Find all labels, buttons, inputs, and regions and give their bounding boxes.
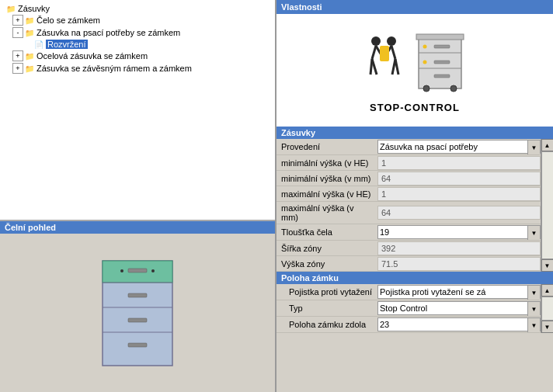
select-typ[interactable]: Stop Control ▼ [377,301,541,315]
select-pojistka-value: Pojistka proti vytažení se zá [380,287,538,297]
label-typ: Typ [276,302,377,314]
scrollbar-zasuvky[interactable]: ▲ ▼ [541,139,553,272]
tree-toggle-zavesny[interactable]: + [12,63,23,74]
tree-toggle-ocelova[interactable]: + [12,50,23,61]
svg-point-19 [450,85,457,92]
row-provedeni: Provedení Zásuvka na psací potřeby ▼ [276,139,541,155]
svg-rect-8 [128,343,147,347]
svg-point-23 [387,36,396,46]
eigenschaften-header: Vlastnosti [276,0,553,14]
svg-line-24 [372,46,376,59]
folder-icon: 📁 [25,16,34,25]
product-icon-container [360,28,469,98]
eigenschaften-title: Vlastnosti [281,2,322,12]
tree-item-zasuvka-pisaci[interactable]: - 📁 Zásuvka na psací potřeby se zámkem [2,26,273,39]
poloha-props-section: Pojistka proti vytažení Pojistka proti v… [276,284,553,333]
svg-line-31 [395,59,398,75]
label-vyska-zony: Výška zóny [276,258,377,270]
section-zasuvky-header: Zásuvky [276,127,553,139]
select-tloustka-value: 19 [380,227,538,237]
svg-line-29 [372,59,377,75]
value-min-vyska-mm: 64 [377,172,541,186]
scroll-track [541,151,554,259]
svg-rect-17 [434,75,450,78]
svg-rect-16 [434,61,450,64]
scroll-down-btn-2[interactable]: ▼ [541,321,554,333]
label-provedeni: Provedení [276,140,377,153]
folder-icon: 📁 [25,29,34,37]
scroll-down-btn[interactable]: ▼ [541,259,554,272]
select-pojistka[interactable]: Pojistka proti vytažení se zá ▼ [377,285,541,299]
scroll-up-btn-2[interactable]: ▲ [541,284,554,297]
label-pojistka: Pojistka proti vytažení [276,286,377,298]
tree-label-zasuvka-pisaci: Zásuvka na psací potřeby se zámkem [37,28,180,37]
svg-rect-12 [416,34,464,40]
svg-rect-32 [380,46,389,61]
folder-icon: 📁 [25,52,34,61]
label-max-vyska-he: maximální výška (v HE) [276,188,377,200]
section-poloha-title: Poloha zámku [281,273,339,283]
svg-point-9 [120,269,123,272]
label-poloha-zamku: Poloha zámku zdola [276,318,377,331]
value-vyska-zony: 71.5 [377,257,541,271]
row-min-vyska-he: minimální výška (v HE) 1 [276,155,541,171]
dropdown-arrow-provedeni: ▼ [527,140,540,154]
select-provedeni[interactable]: Zásuvka na psací potřeby ▼ [377,140,541,154]
doc-icon: 📄 [34,40,43,49]
label-sirka: Šířka zóny [276,242,377,255]
svg-point-18 [423,85,430,92]
svg-rect-5 [128,269,147,272]
scrollbar-poloha[interactable]: ▲ ▼ [541,284,553,333]
product-svg [360,28,469,98]
row-min-vyska-mm: minimální výška (v mm) 64 [276,171,541,186]
tree-item-rozvrzeni[interactable]: 📄 Rozvržení [2,39,273,50]
value-min-vyska-he: 1 [377,156,541,170]
folder-icon: 📁 [6,5,16,13]
tree-label-celo: Čelo se zámkem [37,16,100,25]
svg-point-10 [151,269,155,272]
svg-point-21 [423,60,427,64]
row-pojistka: Pojistka proti vytažení Pojistka proti v… [276,284,541,300]
left-panel: 📁 Zásuvky + 📁 Čelo se zámkem - 📁 Zásuvka… [0,0,276,392]
label-min-vyska-mm: minimální výška (v mm) [276,172,377,185]
tree-label-ocelova: Ocelová zásuvka se zámkem [37,51,148,61]
tree-item-ocelova[interactable]: + 📁 Ocelová zásuvka se zámkem [2,50,273,62]
row-max-vyska-mm: maximální výška (v mm) 64 [276,202,541,224]
row-poloha-zamku: Poloha zámku zdola 23 ▼ [276,317,541,333]
select-poloha-zamku[interactable]: 23 ▼ [377,317,541,331]
value-sirka: 392 [377,241,541,255]
row-tloustka: Tloušťka čela 19 ▼ [276,224,541,241]
select-tloustka[interactable]: 19 ▼ [377,225,541,239]
tree-item-zavesny[interactable]: + 📁 Zásuvka se závěsným rámem a zámkem [2,62,273,75]
row-typ: Typ Stop Control ▼ [276,300,541,317]
tree-toggle-pisaci[interactable]: - [12,27,23,38]
dropdown-arrow-pojistka: ▼ [527,286,540,300]
svg-rect-15 [434,45,450,48]
scroll-track-2 [541,297,554,321]
svg-rect-6 [128,293,147,297]
right-panel: Vlastnosti [276,0,553,392]
row-sirka: Šířka zóny 392 [276,241,541,256]
value-max-vyska-mm: 64 [377,206,541,220]
tree-item-zasuvky[interactable]: 📁 Zásuvky [2,3,273,14]
front-view-content [0,234,275,392]
row-vyska-zony: Výška zóny 71.5 [276,256,541,272]
folder-icon: 📁 [25,64,34,73]
drawer-svg [99,257,176,369]
tree-toggle-celo[interactable]: + [12,15,23,26]
front-view-title: Čelní pohled [5,223,56,232]
product-label: STOP-CONTROL [370,102,460,113]
section-zasuvky-title: Zásuvky [281,128,315,137]
tree-item-celo[interactable]: + 📁 Čelo se zámkem [2,14,273,26]
section-poloha-header: Poloha zámku [276,272,553,284]
product-image-area: STOP-CONTROL [276,14,553,127]
svg-point-20 [423,44,427,48]
value-max-vyska-he: 1 [377,187,541,201]
tree-label-rozvrzeni: Rozvržení [46,40,88,49]
zasuvky-props-section: Provedení Zásuvka na psací potřeby ▼ min… [276,139,553,272]
dropdown-arrow-poloha-zamku: ▼ [527,318,540,332]
select-typ-value: Stop Control [380,304,538,313]
scroll-up-btn[interactable]: ▲ [541,139,554,151]
zasuvky-props-content: Provedení Zásuvka na psací potřeby ▼ min… [276,139,541,272]
tree-label-zasuvky: Zásuvky [18,4,50,13]
